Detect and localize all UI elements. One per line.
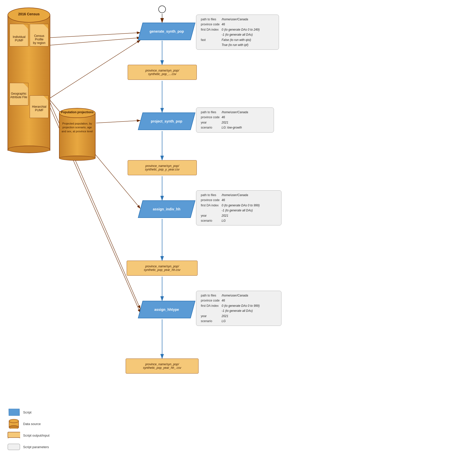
census-profile-label: Census Profileby region [29,34,49,45]
param-label: first DA index [200,203,221,208]
legend-output-label: Script output/input [23,434,50,437]
diagram: 2016 Census IndividualPUMF Census Profil… [0,0,476,475]
output3-banner: province_name/syn_pop/synthetic_pop_year… [127,261,198,276]
param-label: path to files [200,193,221,198]
generate-synth-pop-script: generate_synth_pop [138,23,196,40]
svg-rect-21 [8,432,20,438]
output2-banner: province_name/syn_pop/synthetic_pop_y_ye… [128,160,197,175]
assign-indiv-hh-params: path to files/home/user/Canada province … [196,190,281,225]
output1-banner: province_name/syn_pop/synthetic_pop_....… [128,65,197,80]
param-label: year [200,213,221,218]
param-label [200,308,221,313]
param-label: province code [200,298,221,303]
param-value: 0 (to generate DAs 0 to 249) [221,27,261,32]
param-value: 2021 [221,213,261,218]
param-value: LG [221,319,261,324]
svg-marker-22 [8,438,10,438]
param-label [200,42,221,47]
param-label: path to files [200,110,221,115]
pop-projections-cylinder: Population projections Projected populat… [59,108,96,161]
param-label: path to files [200,17,221,22]
legend-script-icon [8,409,20,416]
arrows-svg [0,0,476,475]
census-title: 2016 Census [10,12,48,16]
start-circle [158,6,166,13]
hierarchial-pumf-label: HierarchialPUMF [29,105,49,112]
pop-cylinder-body [59,113,96,158]
param-value: 2021 [221,314,261,319]
param-value: /home/user/Canada [221,193,261,198]
param-label: fast [200,37,221,42]
svg-rect-24 [8,444,20,450]
pop-projections-desc: Projected population, by projection scen… [61,122,93,133]
legend-output: Script output/input [8,432,50,439]
param-value: 0 (to generate DAs 0 to 999) [221,303,261,308]
param-label: scenario [200,125,221,130]
pop-projections-title: Population projections [60,110,94,114]
pop-cylinder-bottom [59,156,96,161]
param-value: 2021 [221,120,249,125]
param-value: 46 [221,115,249,120]
legend-params-icon [8,443,20,450]
param-value: 46 [221,198,261,203]
legend-params-label: Script parameters [23,445,49,449]
param-label: scenario [200,218,221,223]
project-synth-pop-params: path to files/home/user/Canada province … [196,107,274,133]
param-value: LG [221,218,261,223]
svg-point-20 [9,426,19,429]
legend-params: Script parameters [8,443,50,450]
param-label: path to files [200,293,221,298]
param-value: -1 (to generate all DAs) [221,308,261,313]
cylinder-bottom-ellipse [8,146,50,153]
param-value: /home/user/Canada [221,293,261,298]
svg-marker-17 [8,409,20,416]
project-synth-pop-label: project_synth_pop [151,119,182,123]
assign-hhtype-params: path to files/home/user/Canada province … [196,291,281,326]
generate-synth-pop-params: path to files/home/user/Canada province … [196,15,279,50]
param-value: 46 [221,22,261,27]
param-label: year [200,314,221,319]
output2-text: province_name/syn_pop/synthetic_pop_y_ye… [145,164,180,171]
legend-datasource: Data source [8,420,50,427]
svg-line-8 [96,121,140,123]
legend-datasource-icon [8,420,20,427]
output1-text: province_name/syn_pop/synthetic_pop_....… [145,69,179,76]
param-value: 0 (to generate DAs 0 to 999) [221,203,261,208]
param-label [200,208,221,213]
param-label [200,32,221,37]
output4-banner: province_name/syn_pop/synthetic_pop_year… [126,359,199,374]
geo-attr-label: GeographicAttribute File [8,92,29,99]
svg-marker-23 [19,438,20,438]
legend: Script Data source Script ou [8,409,50,455]
param-value: False (to run with qisi) [221,37,261,42]
param-label: year [200,120,221,125]
svg-line-5 [50,40,140,98]
param-label: scenario [200,319,221,324]
param-value: True (to run with ipf) [221,42,261,47]
legend-script-label: Script [23,410,31,414]
assign-hhtype-script: assign_hhtype [138,301,196,318]
output3-text: province_name/syn_pop/synthetic_pop_year… [144,265,180,272]
legend-script: Script [8,409,50,416]
svg-line-3 [50,33,140,38]
param-label: province code [200,22,221,27]
param-label: first DA index [200,27,221,32]
param-value: -1 (to generate all DAs) [221,208,261,213]
param-label: first DA index [200,303,221,308]
svg-point-19 [9,419,19,423]
assign-indiv-hh-label: assign_indiv_hh [153,207,180,211]
param-value: LG: low-growth [221,125,249,130]
param-value: 46 [221,298,261,303]
generate-synth-pop-label: generate_synth_pop [150,29,184,33]
output4-text: province_name/syn_pop/synthetic_pop_year… [143,363,181,370]
project-synth-pop-script: project_synth_pop [138,112,196,130]
param-value: /home/user/Canada [221,17,261,22]
legend-datasource-label: Data source [23,422,41,426]
legend-output-icon [8,432,20,439]
assign-hhtype-label: assign_hhtype [154,308,179,312]
param-value: -1 (to generate all DAs) [221,32,261,37]
param-value: /home/user/Canada [221,110,249,115]
assign-indiv-hh-script: assign_indiv_hh [138,200,196,218]
param-label: province code [200,115,221,120]
individual-pumf-label: IndividualPUMF [10,35,28,42]
